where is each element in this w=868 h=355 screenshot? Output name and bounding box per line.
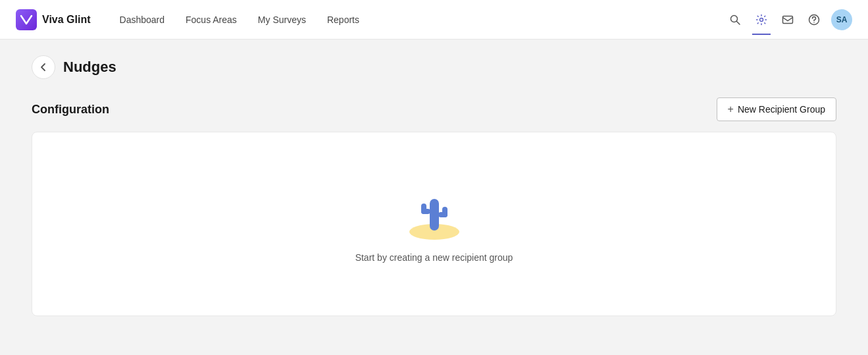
nav-my-surveys[interactable]: My Surveys — [250, 9, 314, 30]
logo-icon — [16, 9, 37, 30]
svg-rect-0 — [16, 9, 37, 30]
help-button[interactable] — [802, 8, 826, 32]
header: Viva Glint Dashboard Focus Areas My Surv… — [0, 0, 868, 40]
svg-rect-8 — [430, 199, 439, 231]
cactus-illustration — [401, 186, 467, 242]
svg-rect-12 — [442, 207, 447, 217]
empty-state-text: Start by creating a new recipient group — [355, 252, 513, 263]
help-icon — [808, 14, 820, 26]
page-header: Nudges — [32, 55, 836, 79]
mail-icon — [782, 14, 794, 26]
mail-button[interactable] — [776, 8, 800, 32]
settings-wrapper — [750, 8, 773, 32]
svg-line-2 — [737, 21, 740, 24]
header-actions: SA — [723, 8, 852, 32]
svg-point-3 — [760, 18, 763, 21]
search-button[interactable] — [723, 8, 747, 32]
plus-icon: + — [728, 103, 734, 115]
svg-rect-4 — [783, 16, 793, 23]
user-avatar[interactable]: SA — [831, 9, 852, 30]
logo[interactable]: Viva Glint — [16, 9, 91, 30]
main-content: Nudges Configuration + New Recipient Gro… — [0, 40, 868, 332]
nav-reports[interactable]: Reports — [319, 9, 367, 30]
search-icon — [729, 14, 741, 26]
nav-dashboard[interactable]: Dashboard — [112, 9, 173, 30]
back-button[interactable] — [32, 55, 55, 79]
svg-rect-10 — [421, 204, 426, 214]
logo-text: Viva Glint — [42, 14, 91, 26]
empty-state-card: Start by creating a new recipient group — [32, 132, 836, 316]
svg-point-6 — [813, 22, 815, 23]
gear-icon — [755, 14, 767, 26]
new-recipient-group-button[interactable]: + New Recipient Group — [717, 97, 836, 121]
section-header: Configuration + New Recipient Group — [32, 97, 836, 121]
section-title: Configuration — [32, 103, 109, 117]
settings-button[interactable] — [750, 8, 773, 32]
nav-focus-areas[interactable]: Focus Areas — [178, 9, 245, 30]
new-recipient-group-label: New Recipient Group — [738, 104, 825, 115]
main-nav: Dashboard Focus Areas My Surveys Reports — [112, 9, 723, 30]
page-title: Nudges — [63, 59, 116, 76]
back-arrow-icon — [38, 62, 49, 72]
